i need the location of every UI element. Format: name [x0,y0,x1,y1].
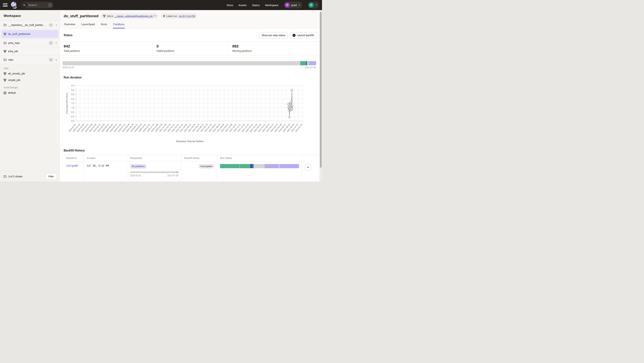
sidebar-item-all_cereals_job[interactable]: all_cereals_job [0,70,60,77]
svg-text:8.5: 8.5 [71,93,74,96]
partition-segment-gray [62,61,300,65]
sidebar-item-do-stuff-partitioned[interactable]: do_stuff_partitioned [2,30,58,38]
refresh-icon[interactable]: ⟳ [154,14,156,18]
run-status-segment-gray [254,164,264,168]
svg-text:Execution time (secs): Execution time (secs) [66,93,68,114]
show-per-step-status-button[interactable]: Show per-step status [259,32,288,38]
sidebar-item-simple_job[interactable]: simple_job [0,77,60,83]
search-input[interactable] [28,4,48,6]
backfill-status-badge: Incomplete [198,164,214,168]
partition-status-bar[interactable] [62,61,316,65]
search-box[interactable]: / [21,2,53,8]
col-backfill-status: Backfill Status [181,155,217,161]
tab-overview[interactable]: Overview [64,22,76,28]
sidebar-item-prha-repo[interactable]: prha_repo1▾ [0,39,60,47]
job-icon [103,15,106,17]
partition-segment-green [300,61,306,65]
nav-links: RunsAssetsStatusWorkspace [227,4,278,7]
menu-icon[interactable] [3,4,8,7]
expand-caret-icon[interactable]: ▾ [56,59,57,61]
requested-range-start: 2020-01-01 [130,174,141,177]
backfill-history-heading: Backfill History [64,149,84,152]
expand-caret-icon[interactable]: ▾ [56,24,57,26]
partition-status-bar-section: 2020-01-01 2022-07-30 [60,56,322,69]
asset-group-icon [4,92,6,94]
nav-link-assets[interactable]: Assets [238,4,247,7]
chevron-down-icon [307,166,309,168]
latest-run-pill: Latest run: Jul 30, 5:14 PM [161,13,197,19]
sidebar-item--repository-do-stuff-partitio-[interactable]: __repository__do_stuff_partitio...1▾ [0,21,60,29]
sidebar-item-label: all_cereals_job [8,72,25,75]
sidebar-item-label: simple_job [8,78,20,82]
job-repo-pill: Job in __reposi...artitioned@partitioned… [101,13,158,19]
sidebar-item-label: prha_job [8,50,58,53]
chevron-down-icon [315,4,317,6]
page-title: do_stuff_partitioned [64,14,98,18]
partitions-content: Status Show per-step status + Launch bac… [60,28,322,182]
job-icon [4,72,6,75]
nav-link-status[interactable]: Status [252,4,260,7]
user-menu[interactable]: P [308,2,319,8]
backfill-id-link[interactable]: jozrgsbh [66,164,78,167]
partition-segment-gray [307,61,309,65]
search-shortcut-key: / [48,3,52,7]
sidebar-item-label: __repository__do_stuff_partitio... [8,24,47,26]
execution-time-chart: 9.59.08.58.07.57.06.56.05.52020-01-01202… [65,84,306,144]
stat-total-partitions: 942Total partitions [60,42,152,55]
sidebar-item-label: repo [8,58,47,61]
tab-runs[interactable]: Runs [100,22,108,28]
table-row: jozrgsbh Jul 30, 5:12 PM 60 partitions 2… [63,161,319,180]
search-icon [22,2,27,8]
sidebar-item-prha-job[interactable]: prha_job [0,47,60,56]
launch-backfill-button[interactable]: + Launch backfill... [290,32,318,38]
job-pill-prefix: Job in [107,15,113,18]
nav-link-workspace[interactable]: Workspace [265,4,278,7]
scrollbar-thumb[interactable] [320,12,322,168]
expand-row-button[interactable] [305,164,311,170]
job-repo-link[interactable]: __reposi...artitioned@partitioned_job [114,15,153,18]
folder-icon [4,42,6,44]
run-status-bar[interactable] [220,164,299,168]
section-label-jobs: Jobs [0,64,60,70]
partition-stats: 942Total partitions0Failed partitions882… [60,42,322,56]
run-status-segment-lavender [279,164,299,168]
folder-icon [4,24,6,26]
dagster-logo-icon[interactable] [10,1,18,9]
folder-icon [4,175,6,178]
stat-failed-partitions: 0Failed partitions [152,42,228,55]
backfill-history-table: Backfill Id Created Requested Backfill S… [63,155,319,180]
chevron-down-icon [298,4,300,6]
stat-value: 942 [64,44,152,48]
user-avatar: P [309,2,314,8]
filter-button[interactable]: Filter [46,174,57,180]
requested-partitions-pill[interactable]: 60 partitions [130,164,146,168]
svg-text:5.5: 5.5 [71,120,74,122]
svg-text:6.0: 6.0 [71,116,74,118]
section-label-asset-groups: Asset Groups [0,83,60,90]
latest-run-link[interactable]: Jul 30, 5:14 PM [179,15,195,18]
tab-launchpad[interactable]: Launchpad [81,22,95,28]
sidebar-sections: Jobsall_cereals_jobsimple_jobAsset Group… [0,64,60,96]
main-panel: do_stuff_partitioned Job in __reposi...a… [60,10,322,182]
expand-caret-icon[interactable]: ▾ [56,42,57,44]
nav-link-runs[interactable]: Runs [227,4,233,7]
dagster-app: / RunsAssetsStatusWorkspace P prod P Wor… [0,0,322,182]
sidebar-item-repo[interactable]: repo3▾ [0,56,60,64]
sidebar-item-default[interactable]: default [0,90,60,96]
page-scrollbar[interactable] [320,10,322,182]
run-status-segment-green [240,164,250,168]
sidebar-item-label: do_stuff_partitioned [8,32,56,36]
svg-text:9.5: 9.5 [71,84,74,87]
latest-run-prefix: Latest run: [166,15,177,18]
stat-label: Missing partitions [232,50,322,52]
col-requested: Requested [127,155,181,161]
plus-icon: + [292,34,296,37]
partition-range-start: 2020-01-01 [62,66,74,69]
requested-range-end: 2022-07-30 [167,174,178,177]
col-run-status: Run Status [217,155,302,161]
tab-partitions[interactable]: Partitions [113,22,125,28]
folder-icon [4,58,6,61]
sidebar-footer: 3 of 3 shown Filter [0,171,60,182]
sidebar-item-label: prha_repo [8,42,47,44]
deployment-switcher[interactable]: P prod [284,2,302,8]
